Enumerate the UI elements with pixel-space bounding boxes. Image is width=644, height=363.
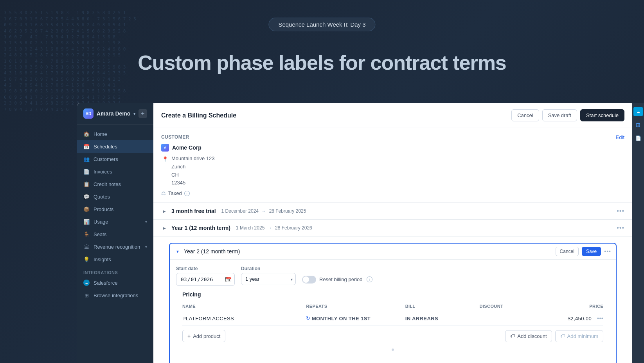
date-input-wrap: 📅 bbox=[176, 273, 235, 286]
sidebar-item-credit-notes[interactable]: 📋 Credit notes bbox=[77, 178, 153, 190]
add-workspace-button[interactable]: + bbox=[139, 109, 147, 118]
pricing-title: Pricing bbox=[182, 291, 603, 298]
billing-header-actions: Cancel Save draft Start schedule bbox=[511, 109, 624, 121]
phase-cancel-button[interactable]: Cancel bbox=[556, 247, 579, 256]
phase-1-expand-icon[interactable]: ▶ bbox=[161, 208, 167, 214]
col-header-name: NAME bbox=[182, 304, 306, 309]
product-row-more-button[interactable]: ••• bbox=[597, 315, 603, 321]
sidebar-item-products[interactable]: 📦 Products bbox=[77, 203, 153, 215]
phase-1-end: 28 February 2025 bbox=[269, 208, 306, 214]
phase-1-name: 3 month free trial bbox=[171, 208, 216, 214]
reset-billing-wrap: Reset billing period i bbox=[302, 266, 372, 286]
sidebar-item-revenue[interactable]: 🏛 Revenue recognition ▾ bbox=[77, 240, 153, 253]
add-minimum-button[interactable]: 🏷 Add minimum bbox=[555, 330, 603, 342]
sidebar-item-revenue-label: Revenue recognition bbox=[94, 244, 140, 250]
sidebar-item-insights[interactable]: 💡 Insights bbox=[77, 253, 153, 265]
brand-avatar: AD bbox=[83, 108, 94, 119]
customer-name-row: A Acme Corp bbox=[161, 144, 616, 152]
usage-icon: 📊 bbox=[83, 219, 90, 225]
brand-name: Amara Demo bbox=[97, 110, 130, 117]
sidebar-item-browse-integrations[interactable]: ⊞ Browse integrations bbox=[77, 289, 153, 302]
scroll-indicator bbox=[182, 344, 603, 354]
cancel-button[interactable]: Cancel bbox=[511, 109, 539, 121]
revenue-icon: 🏛 bbox=[83, 244, 90, 250]
side-icon-document[interactable]: 📄 bbox=[633, 134, 643, 143]
side-icon-integration-2[interactable]: ⊞ bbox=[633, 120, 643, 130]
tax-info-icon[interactable]: i bbox=[184, 191, 190, 196]
sidebar-item-products-label: Products bbox=[94, 206, 113, 212]
add-minimum-label: Add minimum bbox=[567, 333, 598, 339]
date-arrow-1: → bbox=[261, 208, 266, 214]
browse-integrations-icon: ⊞ bbox=[83, 292, 90, 298]
sidebar-item-quotes[interactable]: 💬 Quotes bbox=[77, 190, 153, 203]
customers-icon: 👥 bbox=[83, 156, 90, 162]
phase-1-dates: 1 December 2024 → 28 February 2025 bbox=[221, 208, 306, 214]
phase-editor-actions: Cancel Save ••• bbox=[556, 247, 611, 256]
duration-select[interactable]: 1 month 3 months 6 months 1 year 2 years bbox=[241, 273, 296, 285]
add-minimum-icon: 🏷 bbox=[560, 333, 565, 339]
main-content: Create a Billing Schedule Cancel Save dr… bbox=[153, 103, 632, 363]
sidebar-item-schedules[interactable]: 📅 Schedules bbox=[77, 140, 153, 153]
side-icon-salesforce[interactable]: ☁ bbox=[633, 107, 643, 116]
save-draft-button[interactable]: Save draft bbox=[542, 109, 577, 121]
start-date-label: Start date bbox=[176, 266, 235, 271]
reset-billing-label: Reset billing period bbox=[319, 276, 363, 282]
product-repeats: ↻ Monthly on the 1st bbox=[306, 316, 405, 321]
phase-name-input[interactable] bbox=[184, 248, 552, 255]
tax-label: Taxed bbox=[168, 190, 182, 196]
sidebar-item-home-label: Home bbox=[94, 131, 107, 137]
phase-editor-container: ▼ Cancel Save ••• Start date bbox=[153, 237, 632, 363]
brand-dropdown-icon: ▾ bbox=[133, 112, 135, 116]
pricing-section: Pricing NAME REPEATS BILL DISCOUNT PRICE… bbox=[176, 291, 610, 359]
add-discount-icon: 🏷 bbox=[510, 333, 515, 339]
sidebar-item-home[interactable]: 🏠 Home bbox=[77, 128, 153, 140]
sidebar-item-customers[interactable]: 👥 Customers bbox=[77, 153, 153, 165]
reset-billing-info-icon[interactable]: i bbox=[367, 276, 372, 282]
quotes-icon: 💬 bbox=[83, 193, 90, 200]
sidebar: AD Amara Demo ▾ + 🏠 Home 📅 Schedules 👥 C… bbox=[77, 103, 153, 363]
customer-address: 📍 Mountain drive 123 Zurich CH 12345 bbox=[162, 155, 616, 187]
product-repeats-text: Monthly on the 1st bbox=[312, 316, 371, 321]
sidebar-item-seats[interactable]: 🪑 Seats bbox=[77, 228, 153, 240]
tax-icon: ⚖ bbox=[161, 190, 166, 196]
credit-notes-icon: 📋 bbox=[83, 181, 90, 187]
invoices-icon: 📄 bbox=[83, 168, 90, 175]
sidebar-item-invoices[interactable]: 📄 Invoices bbox=[77, 165, 153, 178]
phase-form-row: Start date 📅 Duration 1 mo bbox=[176, 266, 610, 286]
reset-billing-toggle[interactable] bbox=[302, 276, 316, 284]
calendar-icon: 📅 bbox=[226, 277, 232, 282]
start-schedule-button[interactable]: Start schedule bbox=[580, 109, 624, 121]
edit-customer-link[interactable]: Edit bbox=[616, 134, 624, 140]
phase-editor-more-button[interactable]: ••• bbox=[604, 248, 611, 255]
col-header-bill: BILL bbox=[405, 304, 480, 309]
phase-2-more-button[interactable]: ••• bbox=[617, 224, 624, 231]
schedules-icon: 📅 bbox=[83, 143, 90, 150]
sidebar-item-customers-label: Customers bbox=[94, 156, 118, 162]
product-name: Platform access bbox=[182, 316, 306, 321]
app-window: AD Amara Demo ▾ + 🏠 Home 📅 Schedules 👥 C… bbox=[77, 103, 644, 363]
sidebar-item-salesforce[interactable]: ☁ Salesforce bbox=[77, 276, 153, 289]
add-product-button[interactable]: + Add product bbox=[182, 330, 225, 342]
side-icons-panel: ☁ ⊞ 📄 bbox=[632, 103, 644, 363]
product-price-value: $2,450.00 bbox=[568, 316, 592, 321]
billing-header: Create a Billing Schedule Cancel Save dr… bbox=[153, 103, 632, 128]
sidebar-item-usage[interactable]: 📊 Usage ▾ bbox=[77, 215, 153, 228]
address-lines: Mountain drive 123 Zurich CH 12345 bbox=[171, 155, 215, 187]
duration-select-wrap: 1 month 3 months 6 months 1 year 2 years… bbox=[241, 273, 296, 285]
products-icon: 📦 bbox=[83, 206, 90, 212]
phase-1-more-button[interactable]: ••• bbox=[617, 208, 624, 215]
brand-logo[interactable]: AD Amara Demo ▾ bbox=[83, 108, 135, 119]
address-line1: Mountain drive 123 bbox=[171, 155, 215, 163]
add-product-label: Add product bbox=[193, 333, 220, 339]
seats-icon: 🪑 bbox=[83, 231, 90, 237]
phase-2-name: Year 1 (12 month term) bbox=[171, 225, 230, 231]
pricing-bottom-actions: + Add product 🏷 Add discount � bbox=[182, 326, 603, 344]
phase-editor-collapse-icon[interactable]: ▼ bbox=[174, 248, 181, 255]
sidebar-nav: 🏠 Home 📅 Schedules 👥 Customers 📄 Invoice… bbox=[77, 125, 153, 363]
phase-editor: ▼ Cancel Save ••• Start date bbox=[169, 243, 617, 363]
add-discount-label: Add discount bbox=[517, 333, 547, 339]
phase-save-button[interactable]: Save bbox=[582, 247, 601, 256]
add-discount-button[interactable]: 🏷 Add discount bbox=[505, 330, 552, 342]
phase-2-expand-icon[interactable]: ▶ bbox=[161, 225, 167, 231]
usage-expand-icon: ▾ bbox=[145, 220, 147, 224]
